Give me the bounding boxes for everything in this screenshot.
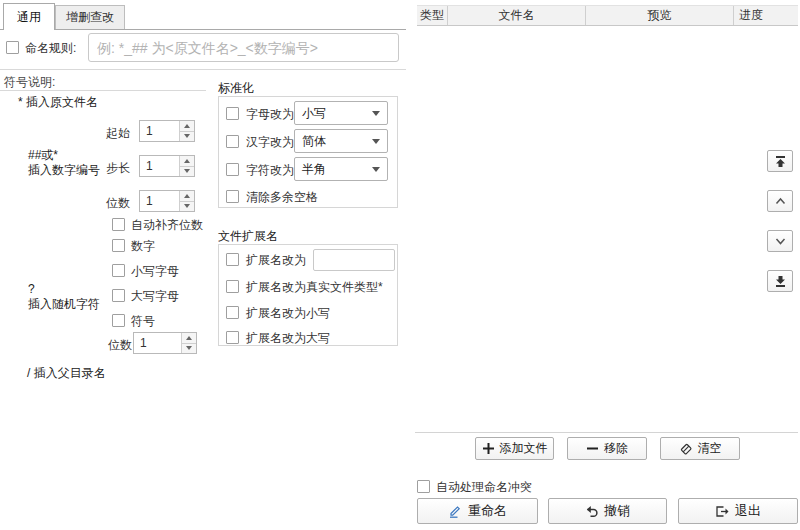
start-spin-up-icon[interactable] [180,121,194,131]
move-up-button[interactable] [767,190,793,212]
random-digits-spinner[interactable]: 1 [133,332,197,354]
step-spin-down-icon[interactable] [180,166,194,177]
symbol-original-filename: * 插入原文件名 [18,95,98,109]
tab-underline [0,29,406,30]
rename-button[interactable]: 重命名 [417,498,538,524]
rule-input[interactable] [88,33,399,62]
ext-lower-label: 扩展名改为小写 [246,306,330,320]
symbol-number-line2: 插入数字编号 [28,163,100,177]
tab-edit-rules[interactable]: 增删查改 [55,5,125,29]
hanzi-label: 汉字改为 [246,135,294,149]
column-header-progress[interactable]: 进度 [733,6,798,25]
undo-arrow-icon [585,505,599,518]
table-bottom-border [415,432,798,433]
random-spin-down-icon[interactable] [182,343,196,354]
tab-general-label: 通用 [17,9,41,26]
chevron-down-icon [372,111,380,116]
symbol-parent-dir: / 插入父目录名 [27,366,106,380]
step-label: 步长 [106,161,130,175]
digits-value: 1 [140,191,179,211]
ext-change-label: 扩展名改为 [246,253,306,267]
chevron-up-icon [774,196,787,206]
minus-icon [586,442,599,455]
hanzi-value: 简体 [302,133,326,150]
chevron-down-icon [372,167,380,172]
hanzi-dropdown[interactable]: 简体 [294,129,388,153]
random-digits-label: 数字 [131,239,155,253]
symbol-number-line1: ##或* [28,148,58,162]
random-uppercase-checkbox[interactable] [112,289,125,302]
trim-spaces-checkbox[interactable] [226,190,239,203]
symbols-title: 符号说明: [4,75,55,89]
remove-button[interactable]: 移除 [567,437,647,460]
start-spin-down-icon[interactable] [180,131,194,142]
move-to-top-button[interactable] [767,150,793,172]
random-lowercase-label: 小写字母 [131,264,179,278]
autopad-checkbox[interactable] [112,218,125,231]
ext-change-input[interactable] [313,249,395,271]
exit-icon [715,505,730,518]
ext-realtype-label: 扩展名改为真实文件类型* [246,280,383,294]
digits-spin-down-icon[interactable] [180,201,194,212]
add-files-button[interactable]: 添加文件 [475,437,554,460]
clear-label: 清空 [698,440,722,457]
ext-realtype-checkbox[interactable] [226,280,239,293]
digits-spinner[interactable]: 1 [139,190,195,212]
digits-spin-up-icon[interactable] [180,191,194,201]
random-digits-checkbox[interactable] [112,239,125,252]
extension-title: 文件扩展名 [218,229,278,243]
hanzi-checkbox[interactable] [226,135,239,148]
letters-case-value: 小写 [302,105,326,122]
digits-label: 位数 [106,196,130,210]
step-spinner[interactable]: 1 [139,155,195,177]
letters-case-checkbox[interactable] [226,107,239,120]
charwidth-checkbox[interactable] [226,163,239,176]
tab-edit-rules-label: 增删查改 [66,9,114,26]
charwidth-dropdown[interactable]: 半角 [294,157,388,181]
rename-label: 重命名 [468,502,507,520]
ext-upper-checkbox[interactable] [226,331,239,344]
plus-icon [482,442,495,455]
auto-conflict-checkbox[interactable] [417,480,430,493]
ext-change-checkbox[interactable] [226,253,239,266]
random-symbols-checkbox[interactable] [112,314,125,327]
tab-general[interactable]: 通用 [3,3,55,30]
charwidth-label: 字符改为 [246,163,294,177]
eraser-icon [679,442,693,456]
start-spinner[interactable]: 1 [139,120,195,142]
move-down-button[interactable] [767,230,793,252]
column-header-type[interactable]: 类型 [417,6,447,25]
symbol-random-line1: ? [28,282,35,296]
step-spin-up-icon[interactable] [180,156,194,166]
undo-label: 撤销 [604,502,630,520]
column-header-filename[interactable]: 文件名 [447,6,585,25]
ext-lower-checkbox[interactable] [226,306,239,319]
trim-spaces-label: 清除多余空格 [246,190,318,204]
exit-button[interactable]: 退出 [678,498,798,524]
remove-label: 移除 [604,440,628,457]
random-uppercase-label: 大写字母 [131,289,179,303]
move-to-bottom-button[interactable] [767,270,793,292]
add-files-label: 添加文件 [500,440,548,457]
file-table-body[interactable] [417,27,798,432]
rule-checkbox-label: 命名规则: [25,41,76,55]
normalize-title: 标准化 [218,81,254,95]
random-spin-up-icon[interactable] [182,333,196,343]
rule-checkbox[interactable] [6,41,19,54]
ext-upper-label: 扩展名改为大写 [246,331,330,345]
separator [0,90,206,91]
separator [0,69,406,70]
file-table-header[interactable]: 类型 文件名 预览 进度 [417,5,798,26]
symbol-random-line2: 插入随机字符 [28,297,100,311]
column-header-preview[interactable]: 预览 [585,6,733,25]
arrow-to-bottom-icon [774,275,787,288]
arrow-to-top-icon [774,155,787,168]
chevron-down-icon [774,236,787,246]
random-digits-value: 1 [134,333,181,353]
clear-button[interactable]: 清空 [660,437,740,460]
undo-button[interactable]: 撤销 [548,498,667,524]
letters-case-label: 字母改为 [246,107,294,121]
letters-case-dropdown[interactable]: 小写 [294,101,388,125]
pencil-icon [448,504,463,519]
random-lowercase-checkbox[interactable] [112,264,125,277]
